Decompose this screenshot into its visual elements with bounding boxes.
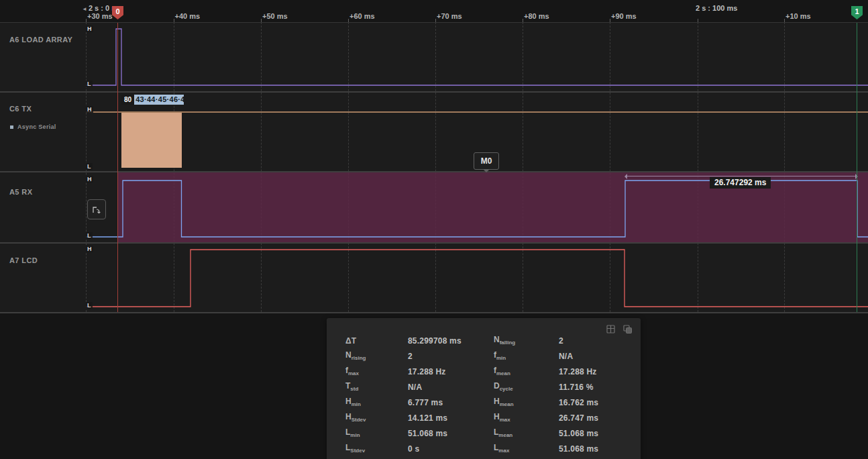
measurement-row: Hmin6.777 msHmean16.762 ms: [327, 395, 641, 410]
timeline-tick-mark: [784, 19, 785, 22]
channel-row-a7-lcd[interactable]: [84, 244, 868, 311]
gridline: [784, 22, 785, 312]
measurement-stat-label: Tstd: [345, 381, 408, 392]
measurement-stat-value: 51.068 ms: [559, 444, 641, 454]
timing-marker-0-line: [117, 19, 118, 312]
measurement-stat-value: N/A: [559, 352, 641, 361]
measurements-panel: ΔT85.299708 msNfalling2Nrising2fminN/Afm…: [327, 318, 641, 459]
measurement-stat-label: fmax: [345, 366, 408, 376]
logic-analyzer-app: { "header": { "major_labels": [ {"text":…: [0, 0, 868, 459]
serial-frame-annotation[interactable]: 80 43·44·45·46·4: [121, 95, 184, 105]
high-level-label: H: [86, 246, 93, 252]
gridline: [348, 22, 349, 312]
panel-toolbar: [606, 324, 633, 334]
measurement-stat-label: Lmax: [494, 443, 559, 454]
timeline-tick-label: +50 ms: [262, 12, 288, 20]
timeline-tick-mark: [523, 19, 523, 22]
low-level-label: L: [86, 81, 93, 87]
analyzer-bullet-icon: [10, 125, 13, 129]
timeline-tick-label: +40 ms: [175, 12, 201, 20]
timeline-tick-label: +90 ms: [611, 12, 637, 20]
measurement-stat-value: 2: [408, 352, 494, 361]
timeline-tick-mark: [610, 19, 610, 22]
measurement-stat-label: Nfalling: [494, 335, 559, 346]
analyzer-label: Async Serial: [17, 123, 56, 130]
measurement-stat-value: 17.288 Hz: [408, 367, 494, 376]
measurement-row: TstdN/ADcycle11.716 %: [327, 379, 641, 395]
measurement-stat-label: fmean: [494, 366, 559, 376]
measurement-stat-value: 0 s: [408, 444, 494, 454]
analyzer-item-async-serial[interactable]: Async Serial: [10, 123, 56, 130]
measurement-stat-value: 26.747 ms: [559, 413, 641, 423]
channel-divider: [0, 171, 868, 172]
channel-label-a5-rx[interactable]: A5 RX: [9, 188, 32, 196]
serial-frame-flag-byte: 80: [121, 95, 134, 105]
timeline-tick-mark: [435, 19, 436, 22]
measurement-stat-value: 51.068 ms: [408, 429, 494, 438]
timeline-tick-mark: [86, 19, 87, 22]
measurement-row: fmax17.288 Hzfmean17.288 Hz: [327, 364, 641, 379]
high-level-label: H: [86, 176, 93, 183]
channel-label-c6-tx[interactable]: C6 TX: [9, 105, 32, 113]
timeline-tick-mark: [174, 19, 174, 22]
measurement-row: Nrising2fminN/A: [327, 348, 641, 364]
measurement-value-label[interactable]: 26.747292 ms: [710, 177, 771, 189]
measurement-stat-label: HStdev: [345, 412, 408, 423]
channel-divider: [0, 91, 868, 93]
measurement-stat-label: fmin: [494, 350, 559, 361]
channel-sidebar: A6 LOAD ARRAY C6 TX Async Serial A5 RX A…: [0, 22, 84, 312]
measurement-stat-label: Hmean: [494, 397, 559, 407]
measurement-stat-label: Hmin: [345, 397, 408, 407]
channel-label-a7-lcd[interactable]: A7 LCD: [9, 256, 38, 264]
timeline-tick-mark: [261, 19, 262, 22]
measurement-m0-badge[interactable]: M0: [474, 152, 499, 170]
high-level-label: H: [86, 26, 93, 32]
measurement-stat-value: 6.777 ms: [408, 398, 494, 407]
low-level-label: L: [86, 232, 93, 239]
measurement-row: ΔT85.299708 msNfalling2: [327, 333, 641, 348]
gridline: [523, 22, 523, 312]
channel-divider: [0, 242, 868, 244]
channel-row-a6-load-array[interactable]: [84, 23, 868, 91]
measurement-stat-label: Lmean: [494, 427, 559, 438]
timeline-header[interactable]: ◄2 s : 0 ms 2 s : 100 ms +30 ms+40 ms+50…: [0, 0, 868, 23]
low-level-label: L: [86, 302, 93, 309]
timeline-tick-label: +30 ms: [87, 12, 113, 20]
channel-divider: [0, 312, 868, 313]
gridline: [610, 22, 610, 312]
jump-to-edge-button[interactable]: [87, 199, 106, 219]
timeline-tick-mark: [348, 19, 349, 22]
measurement-stat-label: Dcycle: [494, 381, 559, 392]
measurement-stat-value: 2: [559, 336, 641, 346]
measurement-row: Lmin51.068 msLmean51.068 ms: [327, 425, 641, 441]
channel-label-a6-load-array[interactable]: A6 LOAD ARRAY: [9, 36, 72, 44]
measurement-stat-value: 14.121 ms: [408, 413, 494, 423]
timing-marker-1-line: [857, 19, 857, 312]
measurement-stat-label: Lmin: [345, 427, 408, 438]
add-to-table-icon[interactable]: [606, 324, 616, 334]
measurement-arrow: [625, 176, 857, 176]
gridline: [698, 22, 698, 312]
measurement-stat-label: ΔT: [345, 336, 408, 346]
timeline-tick-label: +10 ms: [785, 12, 811, 20]
measurement-stat-value: 16.762 ms: [559, 398, 641, 407]
measurement-stat-value: 85.299708 ms: [408, 336, 494, 346]
measurement-row: HStdev14.121 msHmax26.747 ms: [327, 410, 641, 425]
gridline: [261, 22, 262, 312]
low-level-label: L: [86, 163, 93, 170]
gridline: [174, 22, 174, 312]
measurement-stat-value: 51.068 ms: [559, 429, 641, 438]
measurement-stat-value: 11.716 %: [559, 382, 641, 392]
high-level-label: H: [86, 106, 93, 113]
timeline-tick-label: +60 ms: [349, 12, 375, 20]
measurement-stat-label: LStdev: [345, 443, 408, 454]
measurement-stat-value: N/A: [408, 382, 494, 392]
measurement-stats-list: ΔT85.299708 msNfalling2Nrising2fminN/Afm…: [327, 318, 641, 456]
timeline-tick-label: +80 ms: [524, 12, 549, 20]
measurement-stat-label: Hmax: [494, 412, 559, 423]
serial-frame-bytes: 43·44·45·46·4: [134, 95, 184, 105]
measurement-stat-value: 17.288 Hz: [559, 367, 641, 376]
measurement-stat-label: Nrising: [345, 350, 408, 361]
copy-icon[interactable]: [622, 324, 633, 334]
timeline-tick-label: +70 ms: [437, 12, 462, 20]
